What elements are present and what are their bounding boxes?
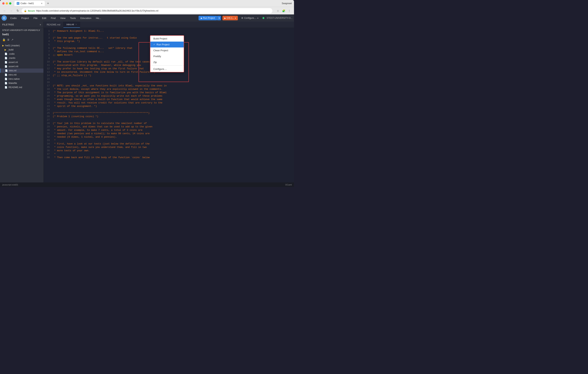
reload-button[interactable]: ↻ xyxy=(15,8,20,13)
menu-view[interactable]: View xyxy=(58,16,67,20)
code-line: 36 * more tests of your own. xyxy=(44,149,294,152)
tab-title: Codio - hw01 xyxy=(21,2,34,5)
dropdown-item-run[interactable]: ✓ Run Project xyxy=(150,42,184,47)
run-project-label: Run Project xyxy=(203,17,215,19)
dropdown-item-zip[interactable]: Zip xyxy=(150,59,184,65)
lock-icon[interactable]: 🔒 xyxy=(2,38,6,41)
tab-favicon: C xyxy=(17,2,19,5)
cis-button[interactable]: ▶ CIS 1... ▾ xyxy=(222,16,238,20)
code-line: 32 * needed (9 dimes, 1 nickel, and 4 pe… xyxy=(44,135,294,139)
configure-button[interactable]: ⚙ Configure.... ▾ xyxy=(239,16,260,20)
forward-button[interactable]: → xyxy=(9,8,14,13)
address-url: https://codio.com/stest-university-of-pe… xyxy=(36,10,158,12)
app-logo[interactable]: C xyxy=(1,15,7,21)
code-line: 16 xyxy=(44,81,294,84)
folder-icon: ▶ xyxy=(2,44,4,47)
dropdown-item-build[interactable]: Build Project xyxy=(150,36,184,42)
tab-introml[interactable]: intro.ml × xyxy=(63,22,80,28)
code-line: 15 xyxy=(44,77,294,81)
tree-item-label: hw01 (master) xyxy=(5,44,20,47)
menu-project[interactable]: Project xyxy=(19,16,31,20)
tree-item-intronative[interactable]: 📄 intro.native xyxy=(0,77,43,81)
tree-item-build[interactable]: ▶ _build xyxy=(0,48,43,52)
maximize-window-button[interactable] xyxy=(9,2,11,5)
menu-codio[interactable]: Codio xyxy=(8,16,19,20)
menu-find[interactable]: Find xyxy=(49,16,58,20)
editor-area: README.md intro.ml × 1 (* Homework Assig… xyxy=(44,22,294,182)
configure-label: Configure.... xyxy=(244,17,256,19)
tab-close-button[interactable]: × xyxy=(41,2,42,5)
tree-item-codio[interactable]: 📄 .codio xyxy=(0,52,43,56)
close-window-button[interactable] xyxy=(2,2,5,5)
code-line: 27 xyxy=(44,118,294,122)
code-line: 24 xyxy=(44,108,294,111)
menu-tools[interactable]: Tools xyxy=(68,16,78,20)
code-line: 20 * programming, so we want you to expl… xyxy=(44,94,294,98)
share-icon[interactable]: ↗ xyxy=(11,38,13,41)
browser-titlebar: C Codio - hw01 × + Swapneel xyxy=(0,0,294,7)
sidebar-header: Filetree × xyxy=(0,22,43,28)
dropdown-divider xyxy=(150,65,184,66)
monitor-icon[interactable]: 🖥 xyxy=(7,38,10,41)
tab-close-button[interactable]: × xyxy=(75,23,77,26)
run-project-dropdown[interactable]: ▾ xyxy=(217,16,221,20)
minimize-window-button[interactable] xyxy=(6,2,8,5)
bookmark-button[interactable]: ☆ xyxy=(275,8,280,13)
lock-icon: 🔒 xyxy=(24,10,27,12)
code-line: 28 (* Your job in this problem is to cal… xyxy=(44,122,294,125)
browser-addressbar: ← → ↻ 🔒 Secure https://codio.com/stest-u… xyxy=(0,7,294,14)
back-button[interactable]: ← xyxy=(2,8,7,13)
address-bar[interactable]: 🔒 Secure https://codio.com/stest-univers… xyxy=(22,8,272,13)
folder-icon: ▶ xyxy=(5,48,6,51)
dropdown-item-clean[interactable]: Clean Project xyxy=(150,47,184,53)
sidebar-project-prefix: STEST-UNIVERSITY-OF-PENNSYLV xyxy=(0,28,43,32)
tab-readme[interactable]: README.md xyxy=(44,22,63,28)
sidebar-project-icons: 🔒 🖥 ↗ xyxy=(0,37,43,43)
status-left: javascript:void(0) xyxy=(2,184,18,186)
file-icon: 📄 xyxy=(5,78,7,80)
sidebar-project-name: hw01 xyxy=(0,32,43,37)
menu-help[interactable]: He... xyxy=(94,16,103,20)
tree-item-label: _build xyxy=(7,48,13,51)
tree-item-makefile[interactable]: 📄 Makefile xyxy=(0,81,43,85)
sidebar-close-button[interactable]: × xyxy=(40,23,41,26)
checkmark-icon: ✓ xyxy=(153,43,155,46)
tab-label: intro.ml xyxy=(66,23,74,26)
dropdown-item-configure[interactable]: Configure.... xyxy=(150,66,184,72)
file-icon: 📄 xyxy=(5,74,7,76)
dropdown-item-label: Configure.... xyxy=(153,68,167,70)
browser-menu-button[interactable]: ⋮ xyxy=(287,8,292,13)
browser-toolbar-icons: ☆ 🧩 ⋮ xyxy=(275,8,292,13)
menu-education[interactable]: Education xyxy=(78,16,93,20)
code-line: 37 * xyxy=(44,152,294,156)
run-project-button[interactable]: ▶ Run Project xyxy=(199,16,217,20)
dropdown-item-label: Build Project xyxy=(153,37,167,40)
secure-label: Secure xyxy=(28,10,35,12)
code-line: 14 (* ;; stop_on_failure () *) xyxy=(44,74,294,77)
dropdown-item-label: Zip xyxy=(153,61,157,64)
dropdown-item-label: Clean Project xyxy=(153,49,168,52)
file-icon: 📄 xyxy=(5,69,8,72)
dropdown-item-label: Run Project xyxy=(157,43,169,46)
tree-item-introml[interactable]: 📄 intro.ml xyxy=(0,69,43,73)
code-line: 23 * spirit of the assignment. *) xyxy=(44,105,294,108)
extensions-button[interactable]: 🧩 xyxy=(281,8,286,13)
menu-file[interactable]: File xyxy=(32,16,39,20)
app-content: C Codio Project File Edit Find View Tool… xyxy=(0,14,294,187)
browser-tab-active[interactable]: C Codio - hw01 × xyxy=(14,1,45,6)
menu-edit[interactable]: Edit xyxy=(40,16,48,20)
tree-item-assertmli[interactable]: 📄 assert.mli xyxy=(0,64,43,69)
new-tab-button[interactable]: + xyxy=(46,1,51,6)
tree-item-intromli[interactable]: 📄 intro.mli xyxy=(0,73,43,77)
tree-item-label: Makefile xyxy=(9,82,17,85)
tree-item-readme[interactable]: 📄 README.md xyxy=(0,85,43,89)
tree-item-merlin[interactable]: 📄 .merlin xyxy=(0,56,43,60)
sidebar-title: Filetree xyxy=(2,23,14,26)
dropdown-item-prettify[interactable]: Prettify xyxy=(150,53,184,59)
tree-item-label: intro.native xyxy=(9,78,20,80)
code-line: 25 (************************************… xyxy=(44,111,294,115)
code-line: 1 (* Homework Assigment 1: OCaml Fi... xyxy=(44,29,294,33)
traffic-lights xyxy=(2,2,11,5)
tree-item-assertml[interactable]: 📄 assert.ml xyxy=(0,60,43,64)
tree-item-master[interactable]: ▶ hw01 (master) xyxy=(0,43,43,48)
